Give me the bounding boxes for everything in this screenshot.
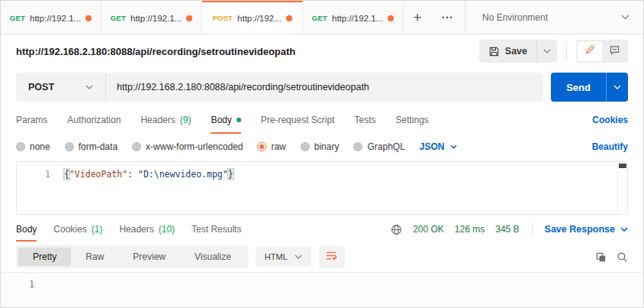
url-input[interactable] [106,73,543,102]
tab-label: Tests [354,115,375,125]
radio-label: GraphQL [367,141,404,152]
tab-settings[interactable]: Settings [396,106,429,134]
tab-method-label: GET [312,14,327,22]
postman-window: GET http://192.1... GET http://192.1... … [0,0,644,308]
cookies-count: (1) [92,224,103,235]
copy-button[interactable] [595,251,607,263]
comment-button[interactable] [602,41,626,61]
view-preview-button[interactable]: Preview [118,248,180,266]
save-button[interactable]: Save [479,40,557,63]
response-format-select[interactable]: HTML [256,247,311,267]
radio-none[interactable]: none [16,141,50,152]
headers-count: (10) [159,224,175,235]
tab-url-label: http://192.1... [332,14,383,23]
response-tab-headers[interactable]: Headers (10) [119,217,175,242]
unsaved-dot-icon [388,15,394,21]
save-options-button[interactable] [536,40,557,63]
radio-graphql[interactable]: GraphQL [353,141,404,152]
chevron-down-icon [295,255,302,259]
response-tab-cookies[interactable]: Cookies (1) [53,217,102,242]
tab-body[interactable]: Body [211,106,240,134]
scrollbar-handle[interactable] [619,164,626,168]
tab-params[interactable]: Params [16,106,47,134]
tab-label: Body [16,224,37,235]
environment-label: No Environment [482,12,548,23]
new-tab-button[interactable]: + [404,1,431,34]
request-body-editor[interactable]: 1 {"VideoPath": "D:\newvideo.mpg"} [16,161,628,215]
response-format-label: HTML [265,252,288,261]
radio-form-data[interactable]: form-data [65,141,118,152]
json-code: {"VideoPath": "D:\newvideo.mpg"} [64,169,233,180]
json-key-token: "VideoPath" [69,169,127,180]
comment-icon [609,44,620,59]
radio-label: form-data [79,141,118,152]
save-response-button[interactable]: Save Response [545,224,628,235]
url-bar-row: POST Send [1,68,643,106]
request-tab-bar: GET http://192.1... GET http://192.1... … [1,1,643,34]
request-tab-2[interactable]: GET http://192.1... [101,1,202,34]
tab-url-label: http://192.1... [30,14,81,23]
send-button[interactable]: Send [551,73,628,102]
radio-x-www-form-urlencoded[interactable]: x-www-form-urlencoded [132,141,243,152]
search-button[interactable] [617,251,628,263]
method-url-group: POST [16,73,543,102]
tab-label: Body [211,115,231,125]
response-tab-test-results[interactable]: Test Results [192,217,241,242]
request-title: http://192.168.2.180:8088/api/recording/… [16,46,479,57]
environment-selector[interactable]: No Environment [465,1,643,34]
view-raw-button[interactable]: Raw [71,248,118,266]
radio-raw-selected[interactable]: raw [257,141,285,152]
response-meta: 200 OK 126 ms 345 B Save Response [391,217,628,242]
request-tab-3-active[interactable]: POST http://192... [202,1,303,34]
tab-url-label: http://192... [237,14,282,23]
tab-options-button[interactable]: ••• [431,1,465,34]
chevron-down-icon [450,144,457,149]
tab-label: Authorization [67,115,121,125]
chevron-down-icon [543,49,551,53]
wrap-lines-button[interactable] [319,246,345,268]
editor-scrollbar[interactable] [617,162,627,214]
tab-prerequest-script[interactable]: Pre-request Script [261,106,335,134]
line-number: 1 [1,279,34,290]
cookies-link[interactable]: Cookies [592,106,628,134]
view-visualize-button[interactable]: Visualize [180,248,246,266]
beautify-link[interactable]: Beautify [592,141,628,152]
colon-token: : [127,169,138,180]
chevron-down-icon [620,227,628,232]
chevron-down-icon [85,85,93,89]
request-tab-4[interactable]: GET http://192.1... [303,1,404,34]
tab-method-label: POST [212,14,233,22]
response-body-viewer[interactable]: 1 [1,272,643,307]
view-mode-segmented-control: Pretty Raw Preview Visualize [16,245,248,268]
divider [532,223,533,235]
save-icon [488,46,500,57]
method-select[interactable]: POST [16,73,106,102]
tab-label: Test Results [192,224,241,235]
response-size: 345 B [495,224,519,235]
chevron-down-icon [621,15,630,20]
radio-binary[interactable]: binary [301,141,340,152]
view-pretty-button[interactable]: Pretty [18,248,71,266]
tab-headers[interactable]: Headers (9) [140,106,191,134]
editor-line-1: 1 {"VideoPath": "D:\newvideo.mpg"} [17,162,627,180]
send-options-button[interactable] [606,73,628,102]
radio-icon [16,142,25,151]
unsaved-dot-icon [186,15,192,21]
radio-icon [353,142,362,151]
radio-icon [65,142,74,151]
response-tab-body[interactable]: Body [16,217,37,242]
open-brace-token: { [64,169,69,180]
save-response-label: Save Response [545,224,615,235]
radio-label: x-www-form-urlencoded [146,141,243,152]
response-time: 126 ms [455,224,485,235]
body-format-select[interactable]: JSON [420,141,457,152]
line-number: 1 [17,169,50,180]
tab-tests[interactable]: Tests [354,106,375,134]
edit-pencil-button[interactable] [578,41,602,61]
request-tab-1[interactable]: GET http://192.1... [1,1,101,34]
radio-icon [301,142,310,151]
tab-url-label: http://192.1... [130,14,182,23]
request-header-row: http://192.168.2.180:8088/api/recording/… [1,34,643,68]
radio-label: raw [271,141,285,152]
tab-authorization[interactable]: Authorization [67,106,121,134]
